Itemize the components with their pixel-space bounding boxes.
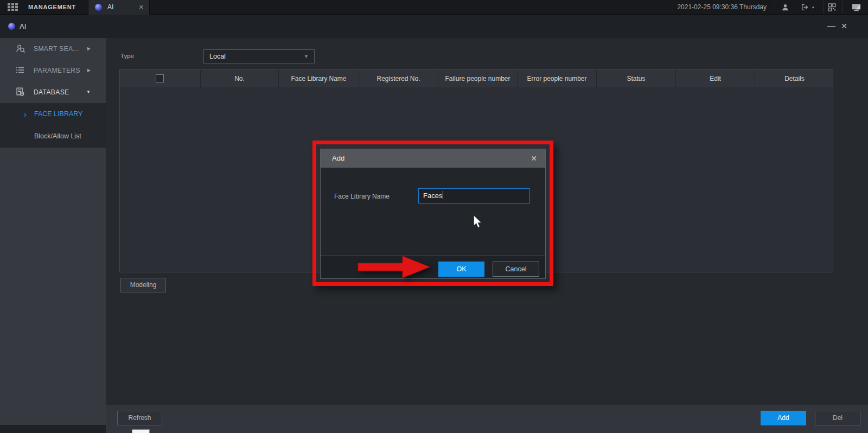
column-header[interactable]: Status (596, 70, 675, 87)
refresh-button[interactable]: Refresh (117, 411, 162, 425)
taskbar: MANAGEMENT AI ✕ 2021-02-25 09:30:36 Thur… (0, 0, 868, 15)
sidebar-item-label: SMART SEA... (34, 38, 79, 60)
input-value: Faces (423, 192, 442, 200)
logout-icon[interactable] (801, 3, 809, 11)
user-icon[interactable] (781, 3, 789, 11)
sidebar-item-label: PARAMETERS (34, 60, 80, 81)
smart-search-icon (15, 43, 25, 54)
column-header[interactable]: No. (200, 70, 278, 87)
sidebar: SMART SEA... ▶ PARAMETERS ▶ DATABASE ▼ ›… (0, 38, 106, 425)
database-submenu: › FACE LIBRARY Block/Allow List (0, 103, 106, 148)
ok-button[interactable]: OK (438, 262, 484, 277)
close-icon[interactable]: ✕ (841, 15, 847, 38)
sidebar-subitem-label: Block/Allow List (34, 125, 81, 148)
tab-close-icon[interactable]: ✕ (139, 0, 144, 15)
tab-ai[interactable]: AI ✕ (88, 0, 150, 15)
sidebar-item-parameters[interactable]: PARAMETERS ▶ (0, 60, 106, 81)
tab-label: AI (107, 0, 113, 15)
selected-chevron-icon: › (24, 103, 27, 125)
mouse-cursor (473, 215, 482, 228)
chevron-down-icon: ▼ (86, 81, 91, 103)
window-titlebar: AI — ✕ (0, 15, 868, 38)
column-header[interactable]: Error people number (517, 70, 596, 87)
cutoff-tooltip-stub (132, 429, 150, 433)
sidebar-item-label: DATABASE (34, 81, 69, 103)
dialog-titlebar: Add ✕ (321, 149, 545, 168)
type-dropdown[interactable]: Local ▼ (203, 49, 315, 63)
dialog-close-icon[interactable]: ✕ (531, 149, 537, 168)
parameters-list-icon (15, 65, 25, 75)
window-ai-icon (8, 23, 15, 30)
add-dialog: Add ✕ Face Library Name Faces OK Cancel (320, 149, 546, 279)
column-header[interactable]: Edit (675, 70, 755, 87)
text-caret (443, 191, 443, 199)
taskbar-divider (775, 1, 775, 14)
management-menu[interactable]: MANAGEMENT (28, 0, 76, 15)
column-header[interactable]: Details (755, 70, 834, 87)
monitor-icon[interactable] (852, 3, 861, 11)
taskbar-divider (843, 1, 843, 14)
logout-caret-icon[interactable]: ▾ (812, 0, 814, 15)
minimize-icon[interactable]: — (827, 15, 835, 36)
ai-globe-icon (95, 4, 102, 11)
chevron-right-icon: ▶ (87, 60, 91, 81)
column-header[interactable]: Face Library Name (278, 70, 359, 87)
table-header-row: No.Face Library NameRegistered No.Failur… (120, 70, 833, 87)
face-library-name-label: Face Library Name (334, 193, 390, 200)
select-all-checkbox[interactable] (156, 74, 164, 82)
qr-code-icon[interactable] (828, 3, 836, 11)
dialog-footer: OK Cancel (321, 255, 545, 278)
table-header-checkbox-cell (120, 70, 200, 87)
column-header[interactable]: Registered No. (359, 70, 438, 87)
add-button[interactable]: Add (761, 411, 806, 425)
face-library-name-input[interactable]: Faces (418, 188, 530, 203)
sidebar-subitem-label: FACE LIBRARY (34, 103, 82, 125)
bottom-toolbar: Refresh Add Del (106, 405, 868, 433)
dialog-title: Add (332, 149, 344, 168)
sidebar-subitem-face-library[interactable]: › FACE LIBRARY (0, 103, 106, 125)
del-button[interactable]: Del (815, 411, 860, 425)
modeling-button[interactable]: Modeling (120, 278, 166, 292)
window-title: AI (20, 15, 26, 38)
red-arrow-annotation (356, 254, 433, 280)
dropdown-arrow-icon: ▼ (304, 50, 309, 63)
sidebar-item-smart-search[interactable]: SMART SEA... ▶ (0, 38, 106, 60)
type-dropdown-value: Local (209, 50, 226, 63)
sidebar-item-database[interactable]: DATABASE ▼ (0, 81, 106, 103)
cancel-button[interactable]: Cancel (493, 262, 539, 277)
chevron-right-icon: ▶ (87, 38, 91, 60)
datetime-display: 2021-02-25 09:30:36 Thursday (677, 0, 767, 15)
sidebar-subitem-block-allow-list[interactable]: Block/Allow List (0, 125, 106, 148)
database-icon (15, 87, 25, 97)
column-header[interactable]: Failure people number (438, 70, 517, 87)
type-label: Type (120, 49, 134, 63)
app-launcher-icon[interactable] (8, 3, 18, 11)
taskbar-divider (824, 1, 824, 14)
